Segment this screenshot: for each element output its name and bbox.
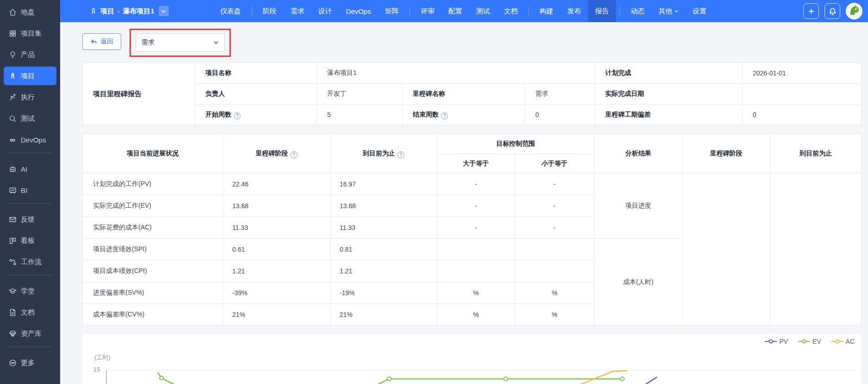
sidebar-item-dashboard[interactable]: 地盘 <box>4 3 56 21</box>
help-icon[interactable]: ? <box>441 112 448 119</box>
metric-value <box>437 260 515 282</box>
metric-value: - <box>515 195 595 217</box>
column-header: 分析结果 <box>595 134 682 173</box>
sidebar-item-ai[interactable]: AI <box>4 160 56 178</box>
nav-label: 需求 <box>291 7 304 16</box>
milestone-stage-empty-cell <box>682 173 770 326</box>
metric-value: % <box>437 304 515 326</box>
sidebar-item-label: 项目 <box>21 72 35 81</box>
nav-item-other[interactable]: 其他 <box>651 0 686 22</box>
nav-item-dynamic[interactable]: 动态 <box>624 0 651 22</box>
sidebar-item-label: 项目集 <box>21 29 42 38</box>
mail-icon <box>8 215 17 223</box>
help-icon[interactable]: ? <box>291 151 298 158</box>
milestone-summary-table: 项目里程碑报告 项目名称 瀑布项目1 计划完成 2026-01-01 负责人 开… <box>82 62 862 125</box>
nav-item-release[interactable]: 发布 <box>560 0 588 22</box>
plus-icon <box>807 7 815 15</box>
metric-value: % <box>437 282 515 304</box>
nav-divider <box>528 6 529 16</box>
help-icon[interactable]: ? <box>397 151 404 158</box>
sidebar-item-product[interactable]: 产品 <box>4 45 56 64</box>
metric-label: 成本偏差率(CV%) <box>83 304 223 326</box>
breadcrumb[interactable]: 项目 › 瀑布项目1 <box>90 6 169 16</box>
sidebar-item-doc[interactable]: 文档 <box>4 303 56 322</box>
metric-value: % <box>515 282 595 304</box>
nav-item-devops[interactable]: DevOps <box>339 0 378 22</box>
field-value: 5 <box>317 105 403 125</box>
grid-icon <box>8 29 17 37</box>
sidebar-item-devops[interactable]: ∞ DevOps <box>4 130 56 149</box>
sidebar-item-qa[interactable]: 测试 <box>4 109 56 128</box>
breadcrumb-current[interactable]: 瀑布项目1 <box>123 7 154 16</box>
field-value: 0 <box>525 105 595 125</box>
nav-item-report[interactable]: 报告 <box>588 0 616 22</box>
sidebar: 地盘 项目集 产品 项目 执行 测试 ∞ DevOps AI BI <box>0 0 60 384</box>
magnifier-icon <box>8 114 17 123</box>
field-label: 实际完成日期 <box>595 84 743 105</box>
nav-item-stage[interactable]: 阶段 <box>256 0 284 22</box>
sidebar-item-label: 更多 <box>21 359 35 367</box>
annotation-highlight-box: 需求 <box>130 29 231 57</box>
nav-item-matrix[interactable]: 矩阵 <box>378 0 406 22</box>
nav-label: 其他 <box>658 7 672 16</box>
nav-item-story[interactable]: 需求 <box>284 0 311 22</box>
sidebar-item-kanban[interactable]: 看板 <box>4 231 56 250</box>
sidebar-item-label: 工作流 <box>21 258 42 266</box>
field-label: 项目名称 <box>195 63 317 84</box>
sidebar-item-bi[interactable]: BI <box>4 181 56 199</box>
nav-label: 发布 <box>567 7 581 16</box>
home-icon <box>8 8 17 16</box>
breadcrumb-section[interactable]: 项目 <box>100 7 114 16</box>
nav-item-doc[interactable]: 文档 <box>497 0 525 22</box>
avatar[interactable] <box>846 3 862 19</box>
sidebar-item-label: BI <box>21 186 27 194</box>
report-title: 项目里程碑报告 <box>83 63 195 125</box>
metric-label: 实际花费的成本(AC) <box>83 217 223 239</box>
column-header-group: 目标控制范围 <box>437 134 595 154</box>
notifications-button[interactable] <box>825 3 840 19</box>
nav-item-design[interactable]: 设计 <box>311 0 339 22</box>
sidebar-item-assets[interactable]: 资产库 <box>4 324 56 343</box>
report-page: 返回 需求 项目里程碑报告 项目名称 瀑布项目1 计划完成 2026-0 <box>60 22 868 384</box>
sidebar-divider <box>8 153 52 153</box>
nav-item-config[interactable]: 配置 <box>441 0 469 22</box>
back-button[interactable]: 返回 <box>82 33 121 50</box>
nav-divider <box>409 6 410 16</box>
gem-icon <box>8 329 17 338</box>
evm-line-chart <box>82 334 861 384</box>
metric-value: 21% <box>223 304 330 326</box>
rocket-icon <box>8 72 17 80</box>
sidebar-item-program[interactable]: 项目集 <box>4 24 56 43</box>
sidebar-item-execution[interactable]: 执行 <box>4 88 56 106</box>
bell-icon <box>829 7 837 15</box>
sidebar-item-feedback[interactable]: 反馈 <box>4 210 56 229</box>
nav-item-test[interactable]: 测试 <box>469 0 497 22</box>
nav-label: 矩阵 <box>385 7 399 16</box>
metric-label: 实际完成的工作(EV) <box>83 195 223 217</box>
nav-item-build[interactable]: 构建 <box>533 0 560 22</box>
to-date-empty-cell <box>770 173 862 326</box>
nav-label: 构建 <box>539 7 553 16</box>
nav-item-settings[interactable]: 设置 <box>686 0 713 22</box>
sidebar-divider <box>8 203 52 204</box>
metric-value: 13.68 <box>330 195 437 217</box>
milestone-filter-select[interactable]: 需求 <box>136 33 225 52</box>
breadcrumb-chevron-down-icon[interactable] <box>159 6 169 16</box>
nav-item-review[interactable]: 评审 <box>414 0 441 22</box>
field-label: 里程碑工期偏差 <box>595 105 743 125</box>
sidebar-item-workflow[interactable]: 工作流 <box>4 253 56 271</box>
runner-icon <box>8 93 17 101</box>
field-label: 计划完成 <box>595 63 743 84</box>
back-button-label: 返回 <box>100 37 113 46</box>
chevron-down-icon <box>674 9 679 13</box>
sidebar-item-project[interactable]: 项目 <box>4 67 56 85</box>
sidebar-item-tutorial[interactable]: 学堂 <box>4 282 56 300</box>
help-icon[interactable]: ? <box>234 112 241 119</box>
create-button[interactable] <box>803 3 819 19</box>
app-window: 地盘 项目集 产品 项目 执行 测试 ∞ DevOps AI BI <box>0 0 868 384</box>
field-label: 负责人 <box>195 84 317 105</box>
nav-item-dashboard[interactable]: 仪表盘 <box>213 0 248 22</box>
sidebar-item-more[interactable]: 更多 <box>4 353 56 372</box>
infinity-icon: ∞ <box>8 136 17 144</box>
column-header: 大于等于 <box>437 154 515 173</box>
